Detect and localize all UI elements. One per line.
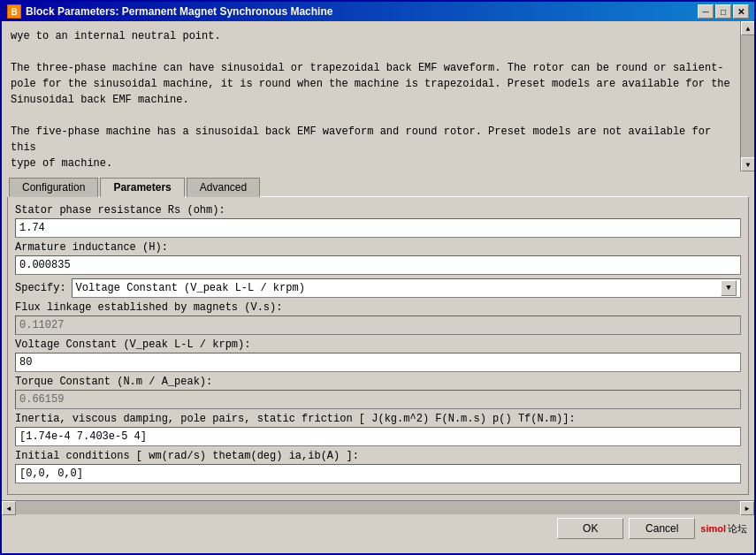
stator-row: Stator phase resistance Rs (ohm): xyxy=(15,204,741,238)
armature-row: Armature inductance (H): xyxy=(15,241,741,275)
minimize-button[interactable]: ─ xyxy=(698,4,714,19)
title-bar-left: B Block Parameters: Permanent Magnet Syn… xyxy=(7,4,332,19)
desc-line3: The three-phase machine can have sinusoi… xyxy=(11,60,731,76)
stator-label: Stator phase resistance Rs (ohm): xyxy=(15,204,741,217)
stator-input[interactable] xyxy=(15,218,741,238)
scroll-left-button[interactable]: ◄ xyxy=(2,501,16,515)
tab-advanced[interactable]: Advanced xyxy=(187,178,260,197)
scroll-up-button[interactable]: ▲ xyxy=(741,21,754,35)
main-window: B Block Parameters: Permanent Magnet Syn… xyxy=(0,0,756,555)
desc-line1: wye to an internal neutral point. xyxy=(11,28,731,44)
armature-label: Armature inductance (H): xyxy=(15,241,741,254)
specify-row: Specify: Voltage Constant (V_peak L-L / … xyxy=(15,278,741,298)
torque-input xyxy=(15,390,741,409)
initial-label: Initial conditions [ wm(rad/s) thetam(de… xyxy=(15,450,741,462)
voltage-label: Voltage Constant (V_peak L-L / krpm): xyxy=(15,338,741,351)
scroll-down-button[interactable]: ▼ xyxy=(741,157,754,171)
inertia-label: Inertia, viscous damping, pole pairs, st… xyxy=(15,413,741,425)
voltage-row: Voltage Constant (V_peak L-L / krpm): xyxy=(15,338,741,372)
tabs-row: Configuration Parameters Advanced xyxy=(2,171,754,196)
flux-input xyxy=(15,316,741,335)
specify-label: Specify: xyxy=(15,282,66,294)
initial-row: Initial conditions [ wm(rad/s) thetam(de… xyxy=(15,450,741,483)
logo-text: simol xyxy=(700,523,726,534)
torque-label: Torque Constant (N.m / A_peak): xyxy=(15,376,741,388)
window-title: Block Parameters: Permanent Magnet Synch… xyxy=(26,5,332,18)
dropdown-arrow-icon[interactable]: ▼ xyxy=(721,280,737,296)
tab-configuration[interactable]: Configuration xyxy=(9,178,98,197)
logo-area: simol 论坛 xyxy=(700,522,747,536)
parameters-panel: Stator phase resistance Rs (ohm): Armatu… xyxy=(7,196,749,495)
scroll-track-top xyxy=(741,35,754,157)
logo-subtext: 论坛 xyxy=(728,522,747,536)
desc-line5: Sinusoidal back EMF machine. xyxy=(11,92,731,108)
specify-dropdown[interactable]: Voltage Constant (V_peak L-L / krpm) ▼ xyxy=(72,278,741,298)
close-button[interactable]: ✕ xyxy=(733,4,749,19)
voltage-input[interactable] xyxy=(15,353,741,372)
tab-parameters[interactable]: Parameters xyxy=(100,178,184,197)
description-area: wye to an internal neutral point. The th… xyxy=(2,21,754,171)
flux-label: Flux linkage established by magnets (V.s… xyxy=(15,301,741,314)
desc-line4: pole for the sinusoidal machine, it is r… xyxy=(11,76,731,92)
horizontal-scrollbar[interactable]: ◄ ► xyxy=(2,500,754,514)
description-text: wye to an internal neutral point. The th… xyxy=(2,21,740,171)
initial-input[interactable] xyxy=(15,464,741,483)
desc-line8: type of machine. xyxy=(11,156,731,171)
inertia-row: Inertia, viscous damping, pole pairs, st… xyxy=(15,413,741,446)
inertia-input[interactable] xyxy=(15,427,741,446)
window-icon: B xyxy=(7,4,21,19)
scroll-h-track xyxy=(16,501,740,514)
torque-row: Torque Constant (N.m / A_peak): xyxy=(15,376,741,409)
maximize-button[interactable]: □ xyxy=(715,4,731,19)
cancel-button[interactable]: Cancel xyxy=(629,518,695,539)
flux-row: Flux linkage established by magnets (V.s… xyxy=(15,301,741,335)
bottom-bar: OK Cancel simol 论坛 xyxy=(2,514,754,544)
specify-dropdown-value: Voltage Constant (V_peak L-L / krpm) xyxy=(76,282,305,294)
ok-button[interactable]: OK xyxy=(557,518,623,539)
desc-line7: The five-phase machine has a sinusoidal … xyxy=(11,124,731,156)
armature-input[interactable] xyxy=(15,255,741,275)
scroll-right-button[interactable]: ► xyxy=(740,501,754,515)
vertical-scrollbar[interactable]: ▲ ▼ xyxy=(740,21,754,171)
title-bar: B Block Parameters: Permanent Magnet Syn… xyxy=(2,2,754,21)
title-buttons: ─ □ ✕ xyxy=(698,4,749,19)
